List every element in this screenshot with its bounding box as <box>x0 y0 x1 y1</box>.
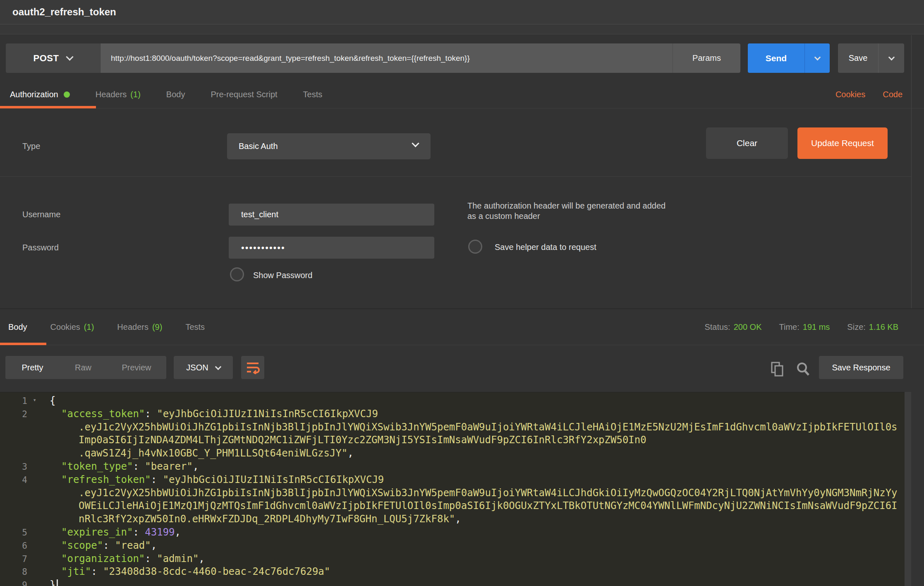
params-button[interactable]: Params <box>673 43 740 73</box>
code-line: 3"token_type": "bearer", <box>0 461 905 474</box>
section-divider <box>0 176 911 177</box>
search-icon <box>796 362 811 377</box>
code-scrollbar[interactable] <box>905 392 911 586</box>
response-body-viewer[interactable]: 1▾{2"access_token": "eyJhbGciOiJIUzI1NiI… <box>0 392 905 586</box>
username-field[interactable] <box>229 204 434 226</box>
chevron-down-icon <box>888 54 895 61</box>
line-number: 6 <box>0 541 37 551</box>
line-number: 2 <box>0 409 37 419</box>
code-lines: 1▾{2"access_token": "eyJhbGciOiJIUzI1NiI… <box>0 395 905 586</box>
tab-count: (1) <box>130 90 140 99</box>
auth-type-value: Basic Auth <box>239 142 278 151</box>
time-badge: Time:191 ms <box>779 322 830 332</box>
code-line-text: .qawS1Z4j_h4vNx10GBC_Y_PHM1LLSQt64eniWLG… <box>37 447 354 459</box>
code-line: 1▾{ <box>0 395 905 408</box>
save-response-button[interactable]: Save Response <box>819 356 903 379</box>
code-line-text: "token_type": "bearer", <box>37 461 199 472</box>
update-request-button[interactable]: Update Request <box>797 127 888 159</box>
password-field[interactable] <box>229 237 434 259</box>
tab-response-body[interactable]: Body <box>8 322 27 332</box>
code-line: .eyJ1c2VyX25hbWUiOiJhZG1pbiIsInNjb3BlIjp… <box>0 487 905 500</box>
code-line: 4"refresh_token": "eyJhbGciOiJIUzI1NiIsI… <box>0 474 905 487</box>
save-helper-radio[interactable] <box>468 240 482 254</box>
tab-label: Pre-request Script <box>211 90 277 99</box>
tab-label: Authorization <box>10 90 58 99</box>
tab-response-tests[interactable]: Tests <box>185 322 205 332</box>
save-button[interactable]: Save <box>838 43 878 73</box>
auth-set-dot-icon <box>64 91 70 98</box>
tab-label: Cookies <box>50 322 80 332</box>
code-line-text: .eyJ1c2VyX25hbWUiOiJhZG1pbiIsInNjb3BlIjp… <box>37 421 898 433</box>
url-input[interactable]: http://host1:8000/oauth/token?scope=read… <box>100 43 673 73</box>
code-line: 2"access_token": "eyJhbGciOiJIUzI1NiIsIn… <box>0 408 905 421</box>
tab-label: Headers <box>117 322 148 332</box>
collapse-toggle-icon[interactable]: ▾ <box>33 396 36 403</box>
line-number: 7 <box>0 554 37 564</box>
send-button[interactable]: Send <box>748 43 804 73</box>
code-line: Imp0aSI6IjIzNDA4ZDM4LThjZGMtNDQ2MC1iZWFj… <box>0 434 905 447</box>
send-button-group: Send <box>748 43 830 73</box>
code-line: 8"jti": "23408d38-8cdc-4460-beac-24c76dc… <box>0 566 905 579</box>
tab-response-headers[interactable]: Headers (9) <box>117 322 162 332</box>
view-mode-group: Pretty Raw Preview <box>5 356 166 379</box>
view-raw-button[interactable]: Raw <box>60 356 107 379</box>
code-line-text: { <box>37 395 55 406</box>
code-line-text: OWEiLCJleHAiOjE1MzQ1MjQzMTQsImF1dGhvcml0… <box>37 500 898 512</box>
code-line-text: "expires_in": 43199, <box>37 526 181 538</box>
method-select[interactable]: POST <box>6 43 100 73</box>
code-line-text: nRlc3RfY2xpZW50In0.eHRWxFZDJDq_2RDPL4Dhy… <box>37 513 461 525</box>
username-label: Username <box>22 210 60 219</box>
line-number: 8 <box>0 567 37 577</box>
line-number: 9 <box>0 580 37 586</box>
request-tabs: Authorization Headers (1) Body Pre-reque… <box>0 81 924 108</box>
auth-type-select[interactable]: Basic Auth <box>227 133 431 159</box>
view-preview-button[interactable]: Preview <box>107 356 166 379</box>
save-button-group: Save <box>838 43 904 73</box>
cookies-link[interactable]: Cookies <box>835 90 865 99</box>
type-label: Type <box>22 142 40 151</box>
code-line: .eyJ1c2VyX25hbWUiOiJhZG1pbiIsInNjb3BlIjp… <box>0 421 905 435</box>
size-badge: Size:1.16 KB <box>847 322 898 332</box>
tab-tests[interactable]: Tests <box>303 90 323 99</box>
code-line: 9} <box>0 579 905 586</box>
save-helper-label: Save helper data to request <box>495 243 596 252</box>
text-wrap-icon <box>246 361 260 374</box>
tab-headers[interactable]: Headers (1) <box>96 90 141 99</box>
code-line-text: "organization": "admin", <box>37 553 205 564</box>
chevron-down-icon <box>215 363 221 370</box>
save-options-button[interactable] <box>878 43 904 73</box>
tab-body[interactable]: Body <box>166 90 185 99</box>
word-wrap-button[interactable] <box>241 356 264 379</box>
copy-icon <box>771 362 784 377</box>
show-password-radio[interactable] <box>230 267 244 281</box>
tab-authorization[interactable]: Authorization <box>10 90 70 99</box>
response-panel: Body Cookies (1) Headers (9) Tests Statu… <box>0 308 924 586</box>
tab-pre-request-script[interactable]: Pre-request Script <box>211 90 277 99</box>
tab-label: Body <box>166 90 185 99</box>
code-line-text: "scope": "read", <box>37 540 157 551</box>
method-label: POST <box>34 53 59 64</box>
tab-response-cookies[interactable]: Cookies (1) <box>50 322 94 332</box>
show-password-label: Show Password <box>253 271 312 280</box>
code-line: 7"organization": "admin", <box>0 553 905 566</box>
password-label: Password <box>22 243 59 252</box>
code-line-text: "jti": "23408d38-8cdc-4460-beac-24c76dc7… <box>37 566 330 577</box>
clear-button[interactable]: Clear <box>706 127 788 159</box>
copy-response-button[interactable] <box>771 362 784 378</box>
response-toolbar: Pretty Raw Preview JSON <box>0 345 924 391</box>
view-pretty-button[interactable]: Pretty <box>5 356 60 379</box>
text-cursor <box>57 579 58 586</box>
tab-label: Headers <box>96 90 127 99</box>
response-meta: Status:200 OK Time:191 ms Size:1.16 KB <box>704 322 924 332</box>
code-link[interactable]: Code <box>883 90 902 99</box>
authorization-panel: Type Basic Auth Clear Update Request Use… <box>0 108 924 307</box>
line-number: 5 <box>0 528 37 538</box>
tab-count: (9) <box>152 322 162 332</box>
format-select[interactable]: JSON <box>174 356 233 379</box>
search-response-button[interactable] <box>796 362 811 378</box>
auth-helper-note: The authorization header will be generat… <box>467 201 666 221</box>
chevron-down-icon <box>814 54 821 61</box>
code-line-text: Imp0aSI6IjIzNDA4ZDM4LThjZGMtNDQ2MC1iZWFj… <box>37 434 646 446</box>
code-line: 6"scope": "read", <box>0 540 905 553</box>
send-options-button[interactable] <box>804 43 830 73</box>
